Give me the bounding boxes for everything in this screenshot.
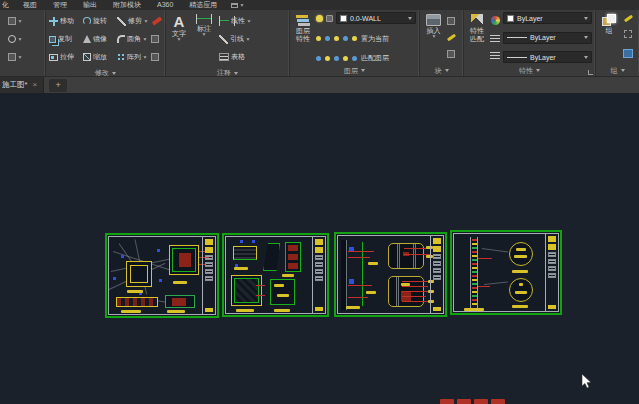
layer-thaw-icon[interactable] (334, 56, 339, 61)
leader-button[interactable]: 引线 (219, 30, 251, 48)
draw-tool-1[interactable] (8, 12, 42, 30)
dimension-button[interactable]: 标注 (193, 12, 215, 66)
linetype-list-icon[interactable] (490, 51, 500, 59)
ribbon-tab-bar: 化 视图 管理 输出 附加模块 A360 精选应用 (0, 0, 639, 10)
offset-icon[interactable] (151, 53, 159, 61)
sheet2-red-block (288, 245, 298, 251)
text-button[interactable]: A 文字 (169, 12, 189, 66)
chevron-down-icon (584, 17, 588, 20)
ungroup-icon[interactable] (624, 30, 632, 38)
panel-label-properties[interactable]: 特性 (464, 65, 595, 76)
layer-unlock-icon[interactable] (343, 56, 348, 61)
layer-unisolate-icon[interactable] (316, 56, 321, 61)
lineweight-list-icon[interactable] (490, 34, 500, 42)
trim-button[interactable]: 修剪 (117, 12, 148, 30)
object-color-swatch (507, 15, 514, 22)
chevron-down-icon (536, 69, 540, 72)
set-current-layer-button[interactable]: 置为当前 (361, 34, 389, 44)
file-tab-active[interactable]: 施工图* × (0, 77, 44, 93)
group-edit-icon[interactable] (623, 15, 632, 23)
draw-tool-2[interactable] (8, 30, 42, 48)
array-button[interactable]: 阵列 (117, 48, 147, 66)
edit-block-icon[interactable] (447, 34, 456, 42)
stretch-button[interactable]: 拉伸 (49, 48, 79, 66)
insert-block-button[interactable]: 插入 (423, 12, 444, 63)
label-smudge (514, 255, 527, 258)
sheet2-detail-trapezoid (263, 243, 280, 271)
layer-lock-icon[interactable] (334, 36, 339, 41)
model-space-canvas[interactable] (0, 93, 639, 404)
ribbon-tab-manage[interactable]: 管理 (45, 0, 75, 10)
scale-button[interactable]: 缩放 (83, 48, 113, 66)
layer-isolate2-icon[interactable] (343, 36, 348, 41)
drawing-sheet-2[interactable] (222, 233, 329, 317)
explode-icon[interactable] (151, 35, 159, 43)
layer-on-icon[interactable] (325, 56, 330, 61)
leader-line (478, 286, 490, 287)
mirror-button[interactable]: 镜像 (83, 30, 113, 48)
fillet-button[interactable]: 圆角 (117, 30, 147, 48)
match-properties-button[interactable]: 特性 匹配 (467, 12, 487, 63)
panel-label-layers[interactable]: 图层 (290, 65, 419, 76)
drawing-sheet-3[interactable] (334, 232, 447, 317)
circle-icon (8, 35, 16, 43)
dialog-launcher-icon[interactable] (588, 70, 593, 75)
object-color-dropdown[interactable]: ByLayer (503, 12, 592, 24)
ribbon-tab-view[interactable]: 视图 (15, 0, 45, 10)
erase-icon[interactable] (152, 16, 162, 25)
sheet2-hatch (234, 278, 259, 303)
panel-properties: 特性 匹配 ByLayer ByLayer (464, 10, 596, 76)
create-block-icon[interactable] (447, 17, 455, 25)
layer-dropdown[interactable]: 0.0-WALL (336, 12, 416, 24)
layer-settings-icon[interactable] (326, 15, 333, 22)
draw-tool-3[interactable] (8, 48, 42, 66)
lineweight-sample (507, 37, 527, 38)
mouse-cursor (581, 374, 592, 389)
chevron-down-icon (143, 38, 146, 40)
layer-isolate-icon[interactable] (316, 15, 323, 22)
ribbon-tab-output[interactable]: 输出 (75, 0, 105, 10)
panel-label-block[interactable]: 块 (420, 65, 463, 76)
drawing-sheet-1[interactable] (105, 233, 219, 318)
layer-off-icon[interactable] (316, 36, 321, 41)
layer-prev-icon[interactable] (352, 56, 357, 61)
match-layer-button[interactable]: 匹配图层 (361, 53, 389, 63)
layer-properties-button[interactable]: 图层 特性 (293, 12, 313, 63)
panel-label-group[interactable]: 组 (596, 65, 639, 76)
color-wheel-icon[interactable] (491, 16, 500, 25)
sheet4-circle-detail-top (509, 242, 533, 266)
chevron-down-icon (432, 35, 435, 37)
object-color-value: ByLayer (517, 15, 543, 22)
ribbon-tab-parametric-partial[interactable]: 化 (0, 0, 15, 10)
drawing-sheet-4[interactable] (450, 230, 562, 315)
sheet1-detail-square-inner (130, 265, 148, 283)
sheet2-detail-topleft (233, 246, 257, 260)
linetype-dropdown[interactable]: ByLayer (503, 51, 592, 63)
new-drawing-tab-button[interactable]: + (49, 79, 67, 92)
chevron-down-icon (143, 56, 146, 58)
rotate-button[interactable]: 旋转 (83, 12, 113, 30)
block-editor-icon[interactable] (447, 50, 455, 58)
chevron-down-icon (18, 38, 21, 40)
ribbon-tab-addins[interactable]: 附加模块 (105, 0, 149, 10)
copy-button[interactable]: 复制 (49, 30, 79, 48)
chevron-down-icon (247, 20, 250, 22)
leader-line (478, 258, 492, 259)
ribbon-minimize-button[interactable] (231, 3, 244, 8)
layer-walk-icon[interactable] (352, 36, 357, 41)
close-icon[interactable]: × (32, 81, 37, 89)
ribbon-tab-featured-apps[interactable]: 精选应用 (181, 0, 225, 10)
layer-freeze-icon[interactable] (325, 36, 330, 41)
sheet2-detail-stack (285, 242, 301, 272)
table-button[interactable]: 表格 (219, 48, 251, 66)
group-button[interactable]: 组 (599, 12, 619, 63)
group-selection-toggle-icon[interactable] (623, 49, 633, 58)
lineweight-dropdown[interactable]: ByLayer (503, 32, 592, 44)
label-smudge (346, 306, 360, 309)
linear-dim-button[interactable]: 线性 (219, 12, 251, 30)
panel-block: 插入 块 (420, 10, 464, 76)
move-button[interactable]: 移动 (49, 12, 79, 30)
ribbon-tab-a360[interactable]: A360 (149, 0, 181, 10)
sheet3-detail-top (388, 243, 424, 269)
label-smudge (277, 294, 289, 297)
